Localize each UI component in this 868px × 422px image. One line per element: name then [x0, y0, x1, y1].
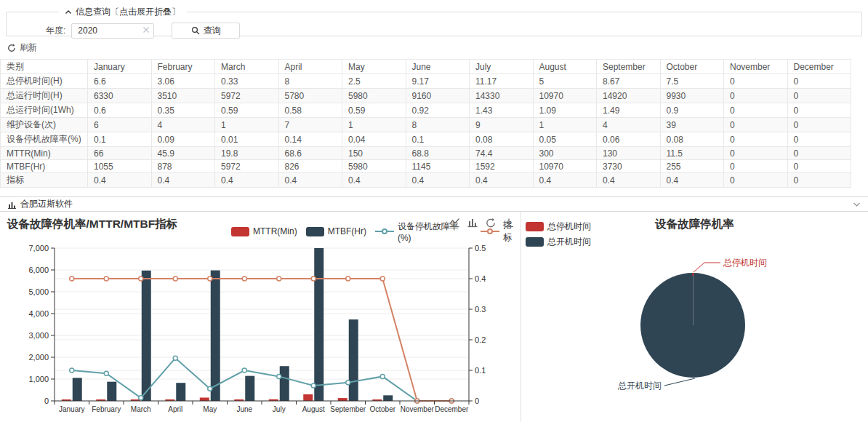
table-row: MTTR(Min)6645.919.868.615068.874.4300130…: [1, 147, 851, 160]
table-cell: 0: [724, 118, 788, 132]
pie-label-line: [694, 263, 720, 272]
bar-series-MTBF(Hr)[interactable]: [73, 248, 393, 401]
right-axis-tick: 0.2: [475, 335, 486, 344]
data-point[interactable]: [311, 383, 316, 388]
table-cell: 0.4: [342, 173, 406, 188]
section-chevron-down-icon[interactable]: [853, 202, 861, 207]
column-header-month: July: [470, 60, 534, 74]
bar[interactable]: [245, 376, 254, 401]
table-cell: 1: [215, 118, 279, 132]
bar[interactable]: [73, 378, 82, 401]
legend-swatch-icon: [526, 222, 544, 231]
data-point[interactable]: [277, 276, 281, 281]
table-cell: 0.59: [342, 103, 406, 118]
column-header-month: May: [342, 60, 406, 74]
data-point[interactable]: [70, 368, 74, 373]
bar[interactable]: [303, 394, 313, 401]
pie-chart-canvas[interactable]: 总停机时间总开机时间: [521, 231, 868, 421]
table-cell: 0: [724, 147, 788, 160]
data-point[interactable]: [346, 276, 350, 281]
data-point[interactable]: [139, 276, 143, 281]
toolbox-line-chart-icon[interactable]: [449, 218, 460, 228]
bar[interactable]: [280, 366, 289, 401]
data-point[interactable]: [104, 276, 108, 281]
bar[interactable]: [142, 271, 151, 401]
data-point[interactable]: [242, 276, 246, 281]
gridlines: [55, 248, 469, 379]
table-cell: 6330: [88, 89, 152, 103]
table-cell: 0: [724, 74, 788, 89]
data-point[interactable]: [380, 276, 385, 281]
toolbox-restore-icon[interactable]: [485, 218, 497, 228]
data-point[interactable]: [104, 371, 108, 375]
table-cell: 66: [88, 147, 152, 160]
data-point[interactable]: [242, 368, 246, 373]
table-cell: 10970: [533, 160, 597, 173]
combo-chart-title: 设备故障停机率/MTTR/MTBF指标: [7, 217, 177, 232]
bar-chart-mini-icon: [7, 200, 17, 209]
table-cell: 0: [724, 132, 788, 147]
data-point[interactable]: [277, 374, 281, 378]
year-label: 年度:: [46, 25, 65, 37]
table-cell: 0.35: [151, 103, 215, 118]
table-cell: 5972: [215, 160, 279, 173]
bar[interactable]: [200, 398, 209, 402]
data-point[interactable]: [173, 276, 177, 281]
data-point[interactable]: [380, 374, 385, 378]
vendor-section-bar[interactable]: 合肥迈斯软件: [0, 196, 868, 212]
data-point[interactable]: [311, 276, 316, 281]
query-panel-toggle[interactable]: 信息查询〔点击展开折叠〕: [59, 6, 186, 18]
bar[interactable]: [211, 271, 220, 401]
table-cell: 3.06: [151, 74, 215, 89]
left-axis-tick: 0: [44, 397, 49, 405]
x-axis-label: January: [59, 405, 85, 413]
table-cell: 3510: [151, 89, 215, 103]
table-cell: 1055: [88, 160, 152, 173]
column-header-month: September: [597, 60, 661, 74]
data-point[interactable]: [70, 276, 74, 281]
data-point[interactable]: [346, 381, 350, 385]
data-point[interactable]: [208, 386, 212, 391]
row-label: 总停机时间(H): [1, 74, 88, 89]
data-point[interactable]: [139, 396, 143, 400]
table-cell: 8.67: [597, 74, 661, 89]
toolbox-download-icon[interactable]: [503, 218, 515, 228]
table-cell: 14920: [597, 89, 661, 103]
table-cell: 0.4: [470, 173, 534, 188]
search-button[interactable]: 查询: [172, 23, 240, 39]
table-cell: 0: [787, 74, 851, 89]
data-point[interactable]: [173, 356, 177, 360]
pie-label: 总开机时间: [617, 381, 662, 391]
row-label: 指标: [1, 173, 88, 188]
data-point[interactable]: [208, 276, 212, 281]
table-cell: 4: [151, 118, 215, 132]
table-cell: 11.5: [660, 147, 724, 160]
table-cell: 0.4: [88, 173, 152, 188]
table-cell: 0: [787, 160, 851, 173]
column-header-month: February: [151, 60, 215, 74]
column-header-month: January: [88, 60, 152, 74]
line-series-设备停机故障率(%)[interactable]: [70, 356, 454, 403]
x-axis-label: September: [330, 405, 366, 413]
table-cell: 0.92: [406, 103, 470, 118]
bar[interactable]: [107, 382, 116, 401]
table-cell: 7: [278, 118, 342, 132]
bar[interactable]: [314, 248, 324, 401]
bar[interactable]: [176, 383, 185, 401]
toolbox-bar-chart-icon[interactable]: [467, 218, 478, 228]
clear-input-icon[interactable]: [142, 26, 150, 33]
refresh-button[interactable]: 刷新: [7, 41, 37, 54]
x-axis-label: November: [401, 405, 435, 413]
bar[interactable]: [338, 398, 347, 401]
table-cell: 39: [660, 118, 724, 132]
bar[interactable]: [349, 319, 358, 401]
row-label: 总运行时间(H): [1, 89, 88, 103]
table-cell: 3730: [597, 160, 661, 173]
right-axis-tick: 0.4: [475, 274, 486, 283]
combo-chart-canvas[interactable]: 01,0002,0003,0004,0005,0006,0007,00000.1…: [0, 231, 521, 421]
year-input[interactable]: [71, 23, 154, 39]
bar[interactable]: [383, 395, 393, 401]
left-axis-tick: 3,000: [28, 331, 49, 340]
table-cell: 9160: [406, 89, 470, 103]
table-cell: 0.6: [88, 103, 152, 118]
